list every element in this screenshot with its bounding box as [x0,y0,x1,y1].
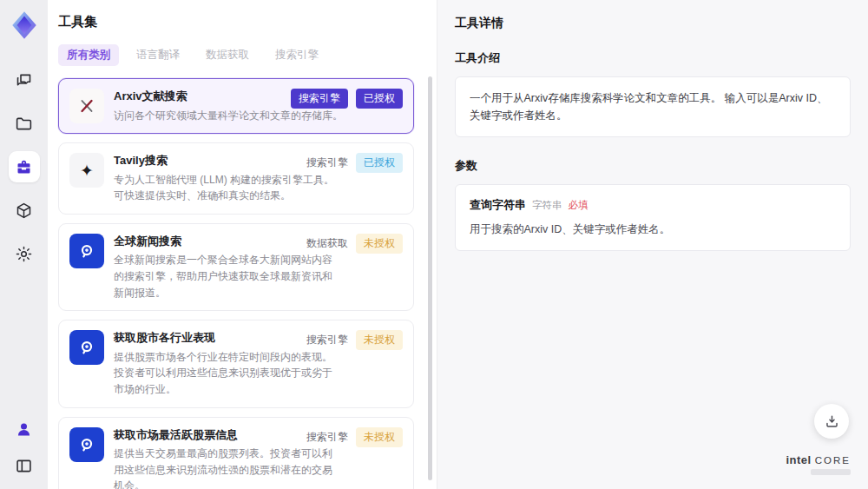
category-badge: 搜索引擎 [291,89,348,109]
sidebar-bottom [11,416,37,479]
app-logo-icon [8,9,41,42]
sidebar-item-collapse[interactable] [11,453,37,479]
tab-search-engine[interactable]: 搜索引擎 [266,44,327,66]
sidebar-item-account[interactable] [11,416,37,442]
card-badges: 搜索引擎 未授权 [306,427,403,447]
sidebar-item-settings[interactable] [9,238,40,269]
card-badges: 搜索引擎 已授权 [291,89,403,109]
tab-language-translation[interactable]: 语言翻译 [128,44,188,66]
params-heading: 参数 [455,158,851,174]
param-header: 查询字符串 字符串 必填 [470,197,836,213]
package-icon [15,202,33,220]
param-type: 字符串 [532,199,562,212]
tool-card-sector-performance[interactable]: 获取股市各行业表现 提供股票市场各个行业在特定时间段内的表现。投资者可以利用这些… [58,320,414,407]
tool-description: 专为人工智能代理 (LLM) 构建的搜索引擎工具。可快速提供实时、准确和真实的结… [114,172,338,204]
core-text: CORE [815,455,851,466]
param-box: 查询字符串 字符串 必填 用于搜索的Arxiv ID、关键字或作者姓名。 [455,184,851,251]
intro-box: 一个用于从Arxiv存储库搜索科学论文和文章的工具。 输入可以是Arxiv ID… [455,76,851,137]
category-label: 搜索引擎 [306,333,348,347]
category-label: 搜索引擎 [306,155,348,170]
auth-badge: 已授权 [356,89,403,109]
tool-card-arxiv[interactable]: Arxiv文献搜索 访问各个研究领域大量科学论文和文章的存储库。 搜索引擎 已授… [58,78,414,134]
category-label: 数据获取 [306,236,348,251]
card-badges: 搜索引擎 未授权 [306,330,403,350]
tool-description: 提供股票市场各个行业在特定时间段内的表现。投资者可以利用这些信息来识别表现优于或… [114,349,338,398]
tool-details-panel: 工具详情 工具介绍 一个用于从Arxiv存储库搜索科学论文和文章的工具。 输入可… [437,0,868,489]
tool-card-tavily[interactable]: ✦ Tavily搜索 专为人工智能代理 (LLM) 构建的搜索引擎工具。可快速提… [58,142,414,215]
intro-heading: 工具介绍 [455,50,851,66]
folder-icon [15,115,33,133]
auth-badge: 未授权 [356,234,403,254]
intel-text: intel [786,453,811,466]
chat-icon [15,71,33,89]
param-description: 用于搜索的Arxiv ID、关键字或作者姓名。 [470,221,836,238]
tool-card-most-active-stocks[interactable]: 获取市场最活跃股票信息 提供当天交易量最高的股票列表。投资者可以利用这些信息来识… [58,417,414,489]
stock-search-logo-icon [69,330,104,365]
page-title: 工具集 [58,14,423,30]
toolbox-icon [15,158,33,176]
tab-data-fetch[interactable]: 数据获取 [197,44,258,66]
details-title: 工具详情 [455,16,851,31]
user-icon [15,420,33,439]
brand-shimmer-decoration [811,469,851,475]
intel-core-label: intel CORE [786,453,851,466]
download-button[interactable] [814,404,849,439]
intel-core-badge: intel CORE [786,453,851,475]
arxiv-logo-icon [69,89,104,123]
list-scrollbar[interactable] [428,76,432,480]
download-icon [824,413,840,430]
panel-layout-icon [15,457,33,475]
param-required-badge: 必填 [569,199,589,212]
category-label: 搜索引擎 [306,430,348,445]
auth-badge: 未授权 [356,330,403,350]
sidebar-nav [9,64,40,269]
sidebar [0,0,48,489]
sidebar-item-chat[interactable] [9,64,40,96]
intro-text: 一个用于从Arxiv存储库搜索科学论文和文章的工具。 输入可以是Arxiv ID… [470,89,836,124]
tool-description: 全球新闻搜索是一个聚合全球各大新闻网站内容的搜索引擎，帮助用户快速获取全球最新资… [114,252,338,301]
tool-description: 提供当天交易量最高的股票列表。投资者可以利用这些信息来识别流动性强的股票和潜在的… [114,446,338,489]
sidebar-item-files[interactable] [9,108,40,139]
settings-icon [15,245,33,263]
tab-all-categories[interactable]: 所有类别 [58,44,119,66]
auth-badge: 已授权 [356,153,403,173]
tool-description: 访问各个研究领域大量科学论文和文章的存储库。 [114,108,355,124]
stock-search-logo-icon [69,427,104,462]
card-badges: 数据获取 未授权 [306,234,403,254]
tool-cards: Arxiv文献搜索 访问各个研究领域大量科学论文和文章的存储库。 搜索引擎 已授… [58,78,423,489]
tool-list-panel: 工具集 所有类别 语言翻译 数据获取 搜索引擎 Arxiv文献搜索 访问各个研究… [48,0,437,489]
sidebar-item-tools[interactable] [9,151,40,182]
auth-badge: 未授权 [356,427,403,447]
tavily-logo-icon: ✦ [69,153,104,188]
news-search-logo-icon [69,234,104,268]
tool-card-global-news[interactable]: 全球新闻搜索 全球新闻搜索是一个聚合全球各大新闻网站内容的搜索引擎，帮助用户快速… [58,223,414,311]
card-badges: 搜索引擎 已授权 [306,153,403,173]
category-tabs: 所有类别 语言翻译 数据获取 搜索引擎 [58,44,423,66]
sidebar-item-packages[interactable] [9,195,40,226]
param-name: 查询字符串 [470,197,526,213]
app-window: 工具集 所有类别 语言翻译 数据获取 搜索引擎 Arxiv文献搜索 访问各个研究… [0,0,868,489]
